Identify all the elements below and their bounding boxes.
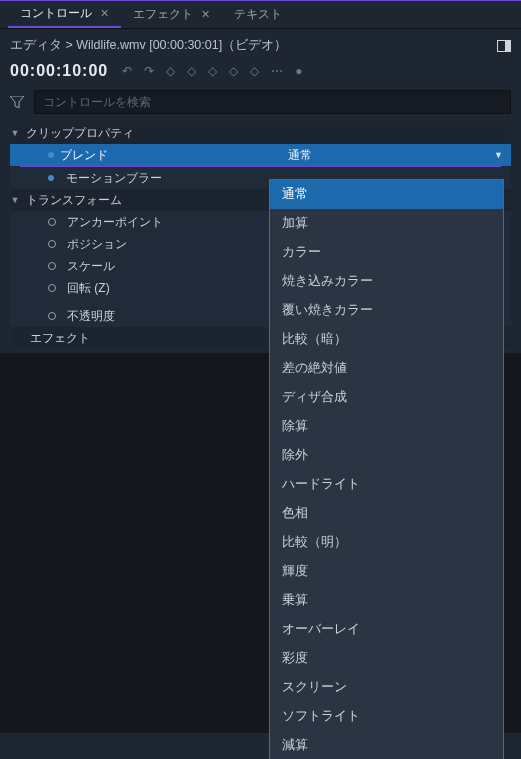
- tab-effects[interactable]: エフェクト ✕: [121, 1, 222, 28]
- disclosure-triangle-icon[interactable]: ▼: [10, 195, 20, 205]
- blend-option[interactable]: カラー: [270, 238, 503, 267]
- blend-option[interactable]: 加算: [270, 209, 503, 238]
- blend-option[interactable]: ディザ合成: [270, 383, 503, 412]
- blend-option[interactable]: 除外: [270, 441, 503, 470]
- panel-layout-icon[interactable]: [497, 40, 511, 52]
- blend-option[interactable]: 通常: [270, 180, 503, 209]
- blend-option[interactable]: 差の絶対値: [270, 354, 503, 383]
- blend-option[interactable]: 除算: [270, 412, 503, 441]
- prop-blend[interactable]: ブレンド 通常 ▼: [10, 144, 511, 166]
- keyframe-icon[interactable]: ◇: [250, 64, 259, 78]
- record-icon[interactable]: ●: [295, 64, 302, 78]
- keyframe-ring-icon[interactable]: [48, 284, 56, 292]
- keyframe-ring-icon[interactable]: [48, 312, 56, 320]
- blend-option[interactable]: 輝度: [270, 557, 503, 586]
- prop-label: 回転 (Z): [61, 280, 110, 297]
- blend-option[interactable]: 覆い焼きカラー: [270, 296, 503, 325]
- prop-label: ブレンド: [60, 147, 108, 164]
- keyframe-ring-icon[interactable]: [48, 262, 56, 270]
- blend-option[interactable]: 減算: [270, 731, 503, 759]
- close-icon[interactable]: ✕: [201, 8, 210, 21]
- keyframe-ring-icon[interactable]: [48, 218, 56, 226]
- prop-label: モーションブラー: [60, 170, 162, 187]
- tab-label: コントロール: [20, 5, 92, 22]
- prop-label: 不透明度: [61, 308, 115, 325]
- blend-option[interactable]: 色相: [270, 499, 503, 528]
- disclosure-triangle-icon[interactable]: ▼: [10, 128, 20, 138]
- timecode[interactable]: 00:00:10:00: [10, 62, 108, 80]
- blend-option[interactable]: スクリーン: [270, 673, 503, 702]
- timecode-row: 00:00:10:00 ↶ ↷ ◇ ◇ ◇ ◇ ◇ ⋯ ●: [0, 56, 521, 90]
- keyframe-icon[interactable]: ◇: [229, 64, 238, 78]
- blend-option[interactable]: 乗算: [270, 586, 503, 615]
- tab-controls[interactable]: コントロール ✕: [8, 1, 121, 28]
- more-icon[interactable]: ⋯: [271, 64, 283, 78]
- blend-option[interactable]: ソフトライト: [270, 702, 503, 731]
- keyframe-icon[interactable]: ◇: [187, 64, 196, 78]
- blend-option[interactable]: 比較（明）: [270, 528, 503, 557]
- group-label: エフェクト: [30, 330, 90, 347]
- filter-icon[interactable]: [10, 96, 24, 108]
- blend-dot-icon: [48, 152, 54, 158]
- header: エディタ > Wildlife.wmv [00:00:30:01]（ビデオ）: [0, 29, 521, 56]
- timeline-toolbar: ↶ ↷ ◇ ◇ ◇ ◇ ◇ ⋯ ●: [122, 64, 302, 78]
- blend-value[interactable]: 通常: [280, 147, 486, 164]
- prop-label: スケール: [61, 258, 115, 275]
- group-label: トランスフォーム: [20, 192, 122, 209]
- blend-option[interactable]: ハードライト: [270, 470, 503, 499]
- chevron-down-icon[interactable]: ▼: [486, 150, 511, 160]
- breadcrumb: エディタ > Wildlife.wmv [00:00:30:01]（ビデオ）: [10, 37, 287, 54]
- blend-mode-dropdown[interactable]: 通常加算カラー焼き込みカラー覆い焼きカラー比較（暗）差の絶対値ディザ合成除算除外…: [269, 179, 504, 759]
- keyframe-next-icon[interactable]: ◇: [208, 64, 217, 78]
- blend-option[interactable]: 彩度: [270, 644, 503, 673]
- search-input[interactable]: [34, 90, 511, 114]
- group-clip-properties[interactable]: ▼ クリッププロパティ: [10, 122, 511, 144]
- tab-text[interactable]: テキスト: [222, 1, 294, 28]
- prop-label: ポジション: [61, 236, 127, 253]
- blend-option[interactable]: 比較（暗）: [270, 325, 503, 354]
- redo-icon[interactable]: ↷: [144, 64, 154, 78]
- undo-icon[interactable]: ↶: [122, 64, 132, 78]
- group-label: クリッププロパティ: [20, 125, 134, 142]
- tab-label: エフェクト: [133, 6, 193, 23]
- panel-tabbar: コントロール ✕ エフェクト ✕ テキスト: [0, 1, 521, 29]
- tab-label: テキスト: [234, 6, 282, 23]
- blend-option[interactable]: 焼き込みカラー: [270, 267, 503, 296]
- close-icon[interactable]: ✕: [100, 7, 109, 20]
- prop-label: アンカーポイント: [61, 214, 163, 231]
- keyframe-ring-icon[interactable]: [48, 240, 56, 248]
- search-row: [0, 90, 521, 122]
- keyframe-prev-icon[interactable]: ◇: [166, 64, 175, 78]
- motion-dot-icon: [48, 175, 54, 181]
- blend-option[interactable]: オーバーレイ: [270, 615, 503, 644]
